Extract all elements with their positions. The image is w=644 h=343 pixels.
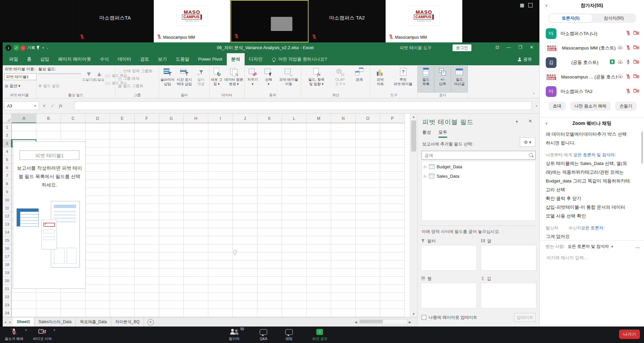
participants-action-button[interactable]: 손들기: [615, 102, 637, 111]
column-header[interactable]: J: [233, 114, 257, 123]
restore-icon[interactable]: ❐: [514, 42, 526, 53]
row-header[interactable]: 7: [3, 172, 12, 180]
expander-icon[interactable]: ▷: [424, 165, 427, 169]
chat-more-icon[interactable]: ...: [636, 244, 640, 249]
move-button[interactable]: →피벗 테이블이동: [277, 66, 301, 93]
gallery-view-icon[interactable]: ▦: [520, 3, 524, 7]
scroll-right-icon[interactable]: ▶: [407, 320, 413, 324]
participant-row[interactable]: MASOCAMPUSActionable ContentMasocampus .…: [540, 70, 644, 84]
scrollbar-thumb[interactable]: [411, 121, 416, 151]
qat-more-icon[interactable]: ⌄: [46, 46, 49, 49]
row-header[interactable]: 22: [3, 293, 12, 301]
filterconn-button[interactable]: ○○필터연결: [192, 66, 209, 93]
video-tile-name[interactable]: 마소캠퍼스 TA2: [309, 0, 385, 42]
fieldlist-button[interactable]: 필드목록: [418, 66, 434, 93]
video-tile-logo[interactable]: MASOCAMPUSActionable ContentMasocampus M…: [154, 0, 230, 42]
ribbon-tab[interactable]: 도움말: [171, 53, 194, 65]
worksheet[interactable]: ABCDEFGHIJKLMNOP 12345678910111213141516…: [3, 114, 417, 317]
scroll-up-icon[interactable]: ▲: [410, 114, 417, 120]
group-field-button[interactable]: ▥ 필드 그룹화: [118, 83, 143, 89]
field-table-item[interactable]: ▷Budget_Data: [422, 161, 535, 171]
column-header[interactable]: C: [61, 114, 85, 123]
column-header[interactable]: N: [331, 114, 356, 123]
slicer-button[interactable]: 슬라이서삽입: [159, 66, 176, 93]
share-button[interactable]: 공유: [518, 53, 532, 65]
drill-down-button[interactable]: ▼ 드릴다운: [82, 71, 96, 82]
info-icon[interactable]: i: [5, 45, 11, 51]
participant-row[interactable]: 김(공동 호스트): [540, 55, 644, 70]
participant-row[interactable]: 마마소캠퍼스TA (나): [540, 26, 644, 41]
pane-close-icon[interactable]: ×: [529, 118, 532, 125]
enter-icon[interactable]: ✓: [51, 103, 55, 108]
row-header[interactable]: 3: [3, 139, 12, 147]
video-tile-name[interactable]: 마소캠퍼스TA: [77, 0, 153, 42]
row-header[interactable]: 13: [3, 220, 12, 228]
pivot-placeholder[interactable]: 피벗 테이블1 보고서를 작성하려면 피벗 테이 블 필드 목록에서 필드를 선…: [13, 141, 86, 289]
column-header[interactable]: L: [282, 114, 307, 123]
refresh-button[interactable]: ↻새로 고침 ▾: [210, 66, 223, 93]
sheet-tab[interactable]: Sales마스터_Data: [34, 317, 76, 327]
ribbon-tab[interactable]: 수식: [96, 53, 113, 65]
options-button[interactable]: ▦ 옵션 ▾: [5, 83, 20, 89]
vertical-scrollbar[interactable]: ▲ ▼: [410, 114, 417, 317]
ribbon-tab[interactable]: 파일: [5, 53, 23, 65]
ungroup-button[interactable]: ◫ 그룹 해제: [118, 76, 140, 81]
tell-me-search[interactable]: 어떤 작업을 원하시나요?: [272, 53, 327, 65]
timeline-button[interactable]: 시간 표시막대 삽입: [176, 66, 193, 93]
unmute-button[interactable]: ▲ 음소거 해제: [5, 328, 23, 341]
column-header[interactable]: H: [184, 114, 208, 123]
pointer-icon[interactable]: [37, 45, 40, 50]
participants-tab[interactable]: 토론자(5): [549, 14, 592, 22]
insert-function-icon[interactable]: fx: [59, 103, 62, 108]
chevron-down-icon[interactable]: ▼: [611, 245, 614, 248]
column-header[interactable]: K: [257, 114, 282, 123]
video-tile-empty[interactable]: [0, 0, 76, 42]
ribbon-tab[interactable]: 홈: [23, 53, 36, 65]
leave-button[interactable]: 나가기: [619, 330, 640, 339]
ribbon-tab[interactable]: 디자인: [245, 53, 267, 65]
precommend-button[interactable]: ?추천피벗 테이블: [390, 66, 416, 93]
scrollbar-thumb[interactable]: [359, 320, 383, 323]
row-header[interactable]: 10: [3, 196, 12, 204]
sheet-nav-left-icon[interactable]: ◂: [3, 317, 8, 327]
cancel-icon[interactable]: ✕: [42, 103, 46, 108]
qa-button[interactable]: Q&A: [260, 328, 267, 341]
ribbon-tab[interactable]: Power Pivot: [194, 53, 227, 65]
field-settings-button[interactable]: ⚙ 필드 설정: [38, 83, 60, 89]
fx-button[interactable]: fx필드, 항목및 집합 ▾: [303, 66, 329, 93]
rel-button[interactable]: 관계: [351, 66, 368, 93]
pane-tab[interactable]: 모두: [438, 129, 447, 138]
defer-checkbox[interactable]: [422, 315, 426, 320]
formula-bar-expand-icon[interactable]: ▾: [536, 104, 537, 108]
group-selection-button[interactable]: → 선택 항목 그룹화: [118, 69, 152, 74]
fullscreen-icon[interactable]: [528, 3, 533, 7]
ribbon-tab[interactable]: 분석: [227, 53, 245, 65]
ribbon-tab[interactable]: 페이지 레이아웃: [54, 53, 96, 65]
to-value[interactable]: 모든 토론자 및 참석자: [568, 244, 609, 249]
row-header[interactable]: 24: [3, 309, 12, 317]
pane-options-icon[interactable]: ▼: [515, 120, 518, 124]
name-box[interactable]: A3 ▼: [4, 101, 39, 110]
row-header[interactable]: 15: [3, 236, 12, 244]
pchart-button[interactable]: 피벗차트: [372, 66, 389, 93]
new-sheet-button[interactable]: +: [147, 319, 154, 325]
row-header[interactable]: 1: [3, 123, 12, 131]
active-field-input[interactable]: [38, 73, 81, 74]
area-dropzone[interactable]: [421, 245, 477, 271]
name-box-dropdown-icon[interactable]: ▼: [34, 102, 37, 110]
sheet-tab[interactable]: Sheet1: [13, 317, 34, 327]
chat-button[interactable]: 채팅: [285, 328, 293, 341]
chat-message-input[interactable]: [546, 253, 641, 262]
update-button[interactable]: 업데이트: [514, 313, 536, 322]
ribbon-display-options-icon[interactable]: ⊡: [492, 42, 503, 53]
tools-gear-button[interactable]: ⚙ ▾: [520, 137, 535, 147]
close-icon[interactable]: ✕: [526, 42, 537, 53]
column-header[interactable]: F: [135, 114, 159, 123]
ribbon-tab[interactable]: 보기: [153, 53, 171, 65]
participant-row[interactable]: 마마소캠퍼스 TA2: [540, 84, 644, 99]
column-header[interactable]: M: [307, 114, 331, 123]
formula-input[interactable]: [74, 102, 533, 110]
chat-scrollbar-thumb[interactable]: [641, 131, 643, 164]
row-header[interactable]: 17: [3, 252, 12, 261]
area-dropzone[interactable]: [421, 283, 477, 308]
